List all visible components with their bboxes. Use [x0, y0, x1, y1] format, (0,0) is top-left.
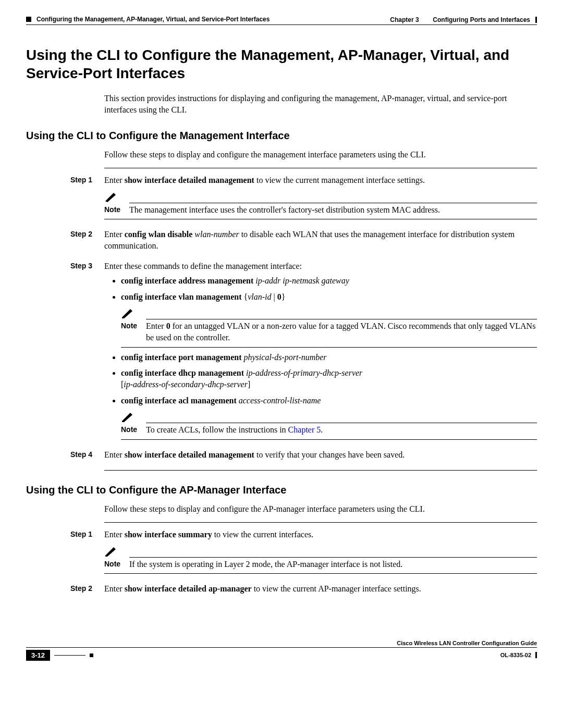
step-label: Step 4 — [70, 449, 104, 459]
step-label: Step 1 — [70, 529, 104, 538]
header-rule — [26, 24, 537, 25]
section-intro: Follow these steps to display and config… — [104, 503, 537, 515]
note-text: If the system is operating in Layer 2 mo… — [129, 558, 537, 570]
page-number: 3-12 — [26, 650, 50, 661]
chapter-link[interactable]: Chapter 5 — [288, 425, 321, 434]
list-item: config interface address management ip-a… — [121, 275, 537, 287]
pencil-note-icon — [104, 191, 118, 202]
step-divider — [104, 522, 537, 523]
step-divider — [104, 470, 537, 471]
step-label: Step 3 — [70, 261, 104, 270]
footer-bar-icon — [535, 652, 537, 658]
list-item: config interface acl management access-c… — [121, 395, 537, 406]
footer-block-icon — [90, 653, 93, 657]
pencil-note-icon — [121, 411, 134, 422]
note-block: Note If the system is operating in Layer… — [104, 545, 537, 574]
step-row: Step 1 Enter show interface summary to v… — [26, 529, 537, 578]
step-text: Enter show interface detailed management… — [104, 175, 537, 186]
list-item: config interface vlan management {vlan-i… — [121, 291, 537, 303]
note-text: To create ACLs, follow the instructions … — [146, 423, 537, 436]
note-block: Note Enter 0 for an untagged VLAN or a n… — [121, 307, 537, 348]
note-text: Enter 0 for an untagged VLAN or a non-ze… — [146, 319, 537, 344]
page-title: Using the CLI to Configure the Managemen… — [26, 46, 537, 82]
header-block-icon — [26, 17, 31, 22]
step-row: Step 4 Enter show interface detailed man… — [26, 449, 537, 464]
header-chapter-title: Configuring Ports and Interfaces — [433, 16, 530, 23]
step-label: Step 2 — [70, 583, 104, 593]
page-header: Configuring the Management, AP-Manager, … — [26, 16, 537, 23]
step-label: Step 2 — [70, 229, 104, 238]
step-text: Enter show interface detailed ap-manager… — [104, 583, 537, 595]
header-section: Configuring the Management, AP-Manager, … — [36, 16, 270, 23]
pencil-note-icon — [121, 307, 134, 318]
note-text: The management interface uses the contro… — [129, 203, 537, 216]
step-row: Step 1 Enter show interface detailed man… — [26, 175, 537, 224]
header-chapter-label: Chapter 3 — [390, 16, 419, 23]
pencil-note-icon — [104, 545, 118, 557]
step-row: Step 2 Enter show interface detailed ap-… — [26, 583, 537, 598]
footer-docid: OL-8335-02 — [500, 652, 531, 658]
footer-guide: Cisco Wireless LAN Controller Configurat… — [397, 640, 537, 646]
section-heading: Using the CLI to Configure the AP-Manage… — [26, 484, 537, 496]
page-footer: Cisco Wireless LAN Controller Configurat… — [26, 640, 537, 661]
step-text: Enter these commands to define the manag… — [104, 261, 537, 272]
section-heading: Using the CLI to Configure the Managemen… — [26, 130, 537, 142]
note-label: Note — [104, 558, 129, 570]
step-label: Step 1 — [70, 175, 104, 184]
section-intro: Follow these steps to display and config… — [104, 149, 537, 161]
step-row: Step 2 Enter config wlan disable wlan-nu… — [26, 229, 537, 255]
intro-paragraph: This section provides instructions for d… — [104, 93, 537, 116]
list-item: config interface dhcp management ip-addr… — [121, 367, 537, 391]
note-block: Note To create ACLs, follow the instruct… — [121, 411, 537, 439]
list-item: config interface port management physica… — [121, 352, 537, 363]
step-text: Enter config wlan disable wlan-number to… — [104, 229, 537, 252]
note-label: Note — [121, 423, 146, 436]
step-row: Step 3 Enter these commands to define th… — [26, 261, 537, 444]
footer-rule-icon — [54, 655, 85, 656]
note-block: Note The management interface uses the c… — [104, 191, 537, 219]
note-label: Note — [104, 203, 129, 216]
step-text: Enter show interface detailed management… — [104, 449, 537, 461]
header-bar-icon — [535, 17, 537, 23]
step-text: Enter show interface summary to view the… — [104, 529, 537, 540]
note-label: Note — [121, 319, 146, 344]
step-divider — [104, 168, 537, 168]
